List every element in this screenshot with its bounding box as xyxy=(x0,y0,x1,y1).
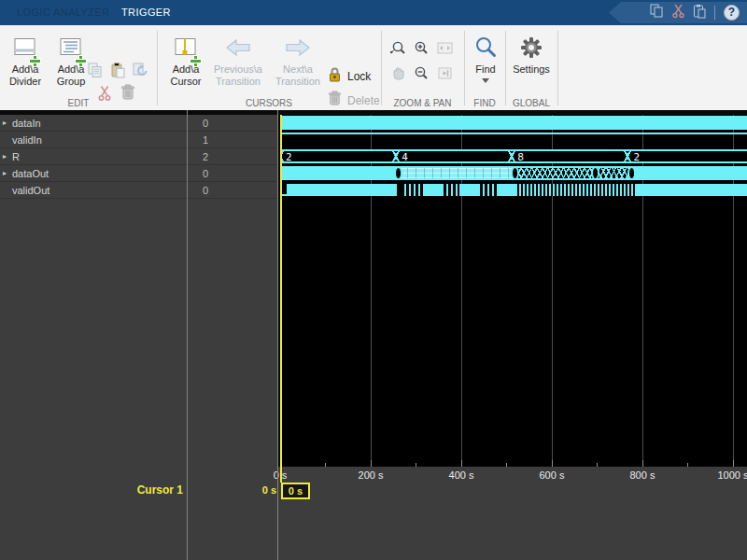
wave-segment-solid xyxy=(425,184,442,196)
name-value-splitter[interactable] xyxy=(187,110,188,560)
zoom-out-button[interactable] xyxy=(412,65,430,84)
bus-transition-icon xyxy=(392,149,400,163)
cursor-1-time-flag[interactable]: 0 s xyxy=(281,483,310,499)
cursor-1-name[interactable]: Cursor 1 xyxy=(73,483,183,497)
bus-transition-marker-icon xyxy=(511,166,519,180)
signal-waveform-row[interactable] xyxy=(280,165,747,182)
bus-value-label: 2 xyxy=(633,152,640,162)
section-label-global: GLOBAL xyxy=(505,98,557,108)
waveform-canvas[interactable]: 2482 xyxy=(280,115,747,467)
add-divider-icon xyxy=(14,32,36,63)
wave-segment-bus_fast xyxy=(399,166,515,180)
signal-waveform-row[interactable] xyxy=(280,182,747,199)
wave-segment-solid xyxy=(637,184,747,196)
wave-segment-gap xyxy=(397,184,404,196)
qat-copy-icon[interactable] xyxy=(650,4,664,22)
next-transition-button[interactable]: Next\a Transition xyxy=(271,32,325,105)
bus-segment: 2 xyxy=(627,149,747,163)
replace-button[interactable] xyxy=(131,63,149,81)
signal-waveform-row[interactable] xyxy=(280,115,747,132)
find-label: Find xyxy=(475,63,495,76)
replace-icon xyxy=(133,63,148,82)
wave-segment-high xyxy=(280,133,747,134)
value-wave-splitter[interactable] xyxy=(277,110,278,560)
expand-arrow-icon[interactable]: ▸ xyxy=(3,165,7,182)
settings-gear-icon xyxy=(520,32,543,63)
pan-hand-icon xyxy=(390,65,406,85)
quick-access-toolbar: ? xyxy=(609,2,747,23)
fit-to-view-button[interactable] xyxy=(435,40,454,59)
add-divider-button[interactable]: Add\a Divider xyxy=(4,32,47,105)
tab-logic-analyzer[interactable]: LOGIC ANALYZER xyxy=(6,0,121,25)
qat-divider xyxy=(714,6,715,20)
add-group-icon xyxy=(60,32,82,63)
bus-segment: 4 xyxy=(396,149,512,163)
signal-value: 1 xyxy=(203,132,259,148)
add-cursor-icon xyxy=(175,32,197,63)
section-separator xyxy=(464,31,465,105)
wave-segment-stripes xyxy=(404,184,425,196)
bus-value-label: 2 xyxy=(286,152,292,162)
section-label-find: FIND xyxy=(464,98,505,108)
add-cursor-label2: Cursor xyxy=(170,76,201,88)
bus-value-label: 8 xyxy=(517,152,524,162)
settings-label: Settings xyxy=(513,63,550,76)
signal-value: 0 xyxy=(203,115,259,132)
expand-arrow-icon[interactable]: ▸ xyxy=(3,148,7,165)
zoom-in-x-button[interactable] xyxy=(388,40,407,59)
wave-segment-solid xyxy=(497,184,515,196)
lock-button[interactable]: Lock xyxy=(328,66,371,87)
bus-transition-marker-icon xyxy=(627,166,636,180)
tab-bar: LOGIC ANALYZER TRIGGER ? xyxy=(0,0,747,25)
fit-to-view-icon xyxy=(437,41,453,59)
wave-segment-bus_solid xyxy=(632,166,747,180)
zoom-out-icon xyxy=(413,65,430,85)
bus-transition-icon xyxy=(624,149,631,163)
pan-button[interactable] xyxy=(388,65,407,84)
next-transition-label2: Transition xyxy=(275,76,320,88)
zoom-in-icon xyxy=(413,40,430,60)
section-label-zoom-pan: ZOOM & PAN xyxy=(381,98,464,108)
settings-button[interactable]: Settings xyxy=(508,32,555,105)
qat-paste-icon[interactable] xyxy=(693,4,706,22)
bus-value-label: 4 xyxy=(402,152,408,162)
wave-segment-stripes xyxy=(442,184,459,196)
signal-value: 0 xyxy=(203,165,259,182)
snap-to-cursor-icon xyxy=(438,66,452,84)
bus-transition-marker-icon xyxy=(394,166,402,180)
copy-button[interactable] xyxy=(86,63,105,81)
previous-transition-icon xyxy=(224,32,252,63)
cursor-1-line[interactable] xyxy=(280,115,282,483)
previous-transition-button[interactable]: Previous\a Transition xyxy=(209,32,267,105)
tab-trigger[interactable]: TRIGGER xyxy=(110,0,182,25)
previous-transition-label2: Transition xyxy=(216,76,261,88)
cursor-panel xyxy=(0,467,747,560)
lock-icon xyxy=(328,66,342,87)
help-icon[interactable]: ? xyxy=(724,5,740,21)
signal-waveform-row[interactable]: 2482 xyxy=(280,148,747,165)
expand-arrow-icon[interactable]: ▸ xyxy=(3,115,7,132)
signal-waveform-row[interactable] xyxy=(280,132,747,148)
zoom-in-x-icon xyxy=(389,40,406,60)
find-button[interactable]: Find xyxy=(467,32,504,105)
signal-value: 2 xyxy=(203,148,259,165)
paste-icon xyxy=(110,63,125,82)
logic-analyzer-window: LOGIC ANALYZER TRIGGER ? Add\a Divider xyxy=(0,0,747,560)
cursor-1-value: 0 s xyxy=(215,484,276,496)
find-icon xyxy=(473,32,498,63)
section-separator xyxy=(505,31,506,105)
wave-segment-dense xyxy=(515,184,637,196)
bus-transition-icon xyxy=(508,149,515,163)
paste-button[interactable] xyxy=(108,63,127,81)
copy-icon xyxy=(88,63,103,82)
zoom-in-button[interactable] xyxy=(412,40,430,59)
snap-to-cursor-button[interactable] xyxy=(435,65,454,84)
bus-transition-marker-icon xyxy=(591,166,599,180)
wave-segment-solid xyxy=(459,184,478,196)
add-cursor-button[interactable]: Add\a Cursor xyxy=(164,32,207,105)
wave-segment-solid xyxy=(287,184,397,196)
wave-segment-bus_solid xyxy=(280,166,399,180)
bus-segment: 2 xyxy=(280,149,396,163)
qat-cut-icon[interactable] xyxy=(672,4,684,22)
lock-label: Lock xyxy=(347,70,371,83)
